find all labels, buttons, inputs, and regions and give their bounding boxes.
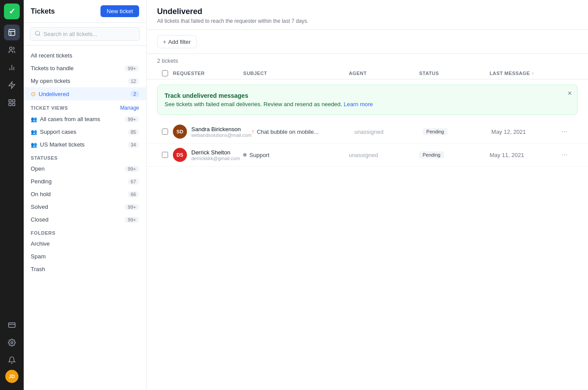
ticket-views-section-header: TICKET VIEWS Manage [24,100,146,113]
svg-rect-11 [13,104,15,106]
nav-item-undelivered[interactable]: ⊙ Undelivered 2 [24,87,146,100]
folder-spam[interactable]: Spam [24,250,146,263]
more-options-button-2[interactable]: ··· [560,149,569,161]
sort-asc-icon: ↑ [532,71,534,76]
sidebar-icon-lightning[interactable] [4,77,20,93]
status-pending[interactable]: Pending 67 [24,175,146,188]
subject-text: Chat bubble on mobile... [257,129,319,135]
status-solved[interactable]: Solved 99+ [24,200,146,213]
svg-rect-12 [9,323,15,328]
date-cell: May 12, 2021 [491,129,560,135]
nav-list: All recent tickets Tickets to handle 99+… [24,46,146,390]
svg-marker-7 [9,82,15,89]
ticket-view-us-market[interactable]: 👥 US Market tickets 34 [24,138,146,151]
sidebar-icon-settings[interactable] [4,335,20,351]
sidebar-icon-tickets[interactable] [4,25,20,40]
nav-item-all-recent[interactable]: All recent tickets [24,49,146,62]
add-filter-button[interactable]: + Add filter [157,35,197,48]
select-all-checkbox[interactable] [162,70,168,76]
ticket-view-all-cases[interactable]: 👥 All cases from all teams 99+ [24,113,146,125]
banner-title: Track undelivered messages [165,92,570,99]
agent-cell: unassigned [349,152,419,158]
svg-line-16 [39,35,40,36]
main-content: Undelivered All tickets that failed to r… [147,0,588,390]
info-banner: × Track undelivered messages See tickets… [157,85,577,115]
table-row[interactable]: SD Sandra Birickenson webandsolutions@ma… [147,120,588,143]
sidebar-icon-apps[interactable] [4,95,20,111]
th-last-message[interactable]: LAST MESSAGE ↑ [490,71,560,76]
plus-icon: + [163,38,166,45]
team-icon-3: 👥 [31,142,37,148]
svg-rect-0 [9,29,15,36]
priority-up-icon: ↑ [251,129,254,135]
banner-text: See tickets with failed email deliveries… [165,101,570,107]
ticket-views-label: TICKET VIEWS [31,105,68,111]
sidebar-icon-billing[interactable] [4,317,20,333]
requester-email: derrickkkk@gmail.com [191,156,240,161]
app-logo: ✓ [4,4,20,19]
row-checkbox-1[interactable] [162,129,168,135]
team-icon-2: 👥 [31,129,37,135]
main-header: Undelivered All tickets that failed to r… [147,0,588,30]
svg-point-14 [11,342,13,344]
svg-rect-10 [9,104,11,106]
undelivered-icon: ⊙ [31,90,36,97]
status-badge: Pending [423,128,448,135]
folder-archive[interactable]: Archive [24,237,146,250]
th-agent: AGENT [349,71,419,76]
status-badge: Pending [419,151,444,158]
banner-learn-more-link[interactable]: Learn more [344,101,373,107]
th-requester: REQUESTER [173,71,243,76]
left-panel: Tickets New ticket All recent tickets Ti… [24,0,147,390]
avatar: DS [173,148,187,162]
search-container [24,23,146,46]
folder-trash[interactable]: Trash [24,263,146,276]
svg-point-3 [10,47,12,50]
ticket-count: 2 tickets [147,54,588,68]
sidebar-icon-users[interactable] [4,42,20,58]
user-avatar[interactable]: JD [5,370,18,383]
status-closed[interactable]: Closed 99+ [24,213,146,226]
agent-cell: unassigned [354,129,423,135]
nav-item-my-open[interactable]: My open tickets 12 [24,75,146,87]
requester-name: Sandra Birickenson [191,126,251,132]
folders-section-label: FOLDERS [24,226,146,237]
sidebar-icon-analytics[interactable] [4,60,20,75]
toolbar: + Add filter [147,30,588,54]
panel-header: Tickets New ticket [24,0,146,23]
add-filter-label: Add filter [168,39,190,45]
date-cell: May 11, 2021 [490,152,560,158]
avatar: SD [173,125,187,139]
page-subtitle: All tickets that failed to reach the req… [157,18,577,24]
nav-item-tickets-to-handle[interactable]: Tickets to handle 99+ [24,62,146,75]
th-status: STATUS [419,71,489,76]
row-checkbox-2[interactable] [162,152,168,158]
search-input[interactable] [43,31,135,37]
ticket-list: SD Sandra Birickenson webandsolutions@ma… [147,120,588,390]
more-options-button-1[interactable]: ··· [560,126,569,137]
manage-link[interactable]: Manage [120,105,139,111]
new-ticket-button[interactable]: New ticket [100,5,139,17]
icon-sidebar: ✓ [0,0,24,390]
requester-name: Derrick Shelton [191,149,240,156]
sidebar-icon-notifications[interactable] [4,352,20,368]
subject-text: Support [249,152,269,158]
team-icon: 👥 [31,116,37,122]
th-subject: SUBJECT [243,71,349,76]
ticket-view-support-cases[interactable]: 👥 Support cases 85 [24,125,146,138]
search-input-wrap [30,27,140,41]
svg-rect-9 [13,100,15,102]
table-row[interactable]: DS Derrick Shelton derrickkkk@gmail.com … [147,143,588,167]
status-on-hold[interactable]: On hold 66 [24,188,146,200]
search-icon [35,30,41,38]
priority-dot-icon [243,153,247,157]
banner-close-button[interactable]: × [568,89,572,97]
svg-rect-8 [9,100,11,102]
panel-title: Tickets [31,7,55,15]
statuses-section-label: STATUSES [24,151,146,162]
table-header: REQUESTER SUBJECT AGENT STATUS LAST MESS… [147,68,588,79]
status-open[interactable]: Open 99+ [24,162,146,175]
page-title: Undelivered [157,7,577,16]
svg-point-15 [36,31,39,35]
requester-email: webandsolutions@mail.com [191,132,251,138]
